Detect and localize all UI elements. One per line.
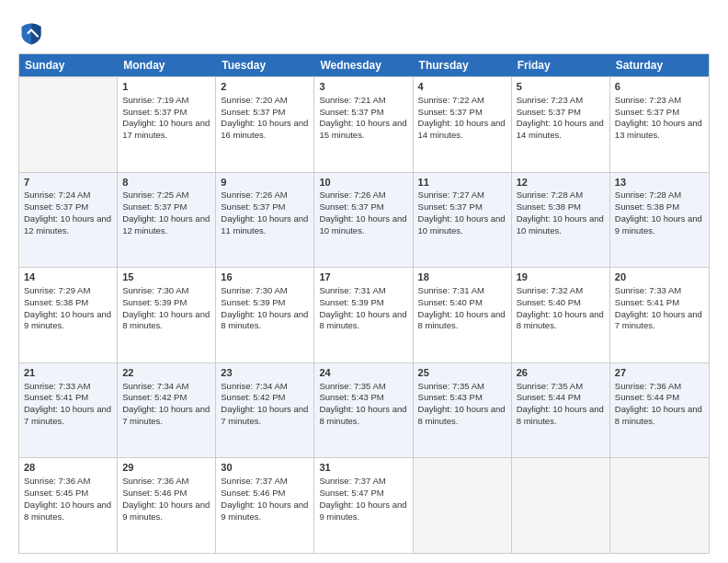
day-number: 2 — [221, 80, 309, 94]
day-number: 17 — [319, 270, 407, 284]
day-cell-19: 19Sunrise: 7:32 AMSunset: 5:40 PMDayligh… — [512, 268, 610, 362]
day-cell-29: 29Sunrise: 7:36 AMSunset: 5:46 PMDayligh… — [118, 458, 216, 553]
day-cell-21: 21Sunrise: 7:33 AMSunset: 5:41 PMDayligh… — [19, 363, 118, 458]
day-number: 14 — [24, 270, 112, 284]
day-info: Sunrise: 7:34 AMSunset: 5:42 PMDaylight:… — [221, 381, 309, 428]
day-cell-20: 20Sunrise: 7:33 AMSunset: 5:41 PMDayligh… — [610, 268, 709, 362]
day-cell-27: 27Sunrise: 7:36 AMSunset: 5:44 PMDayligh… — [610, 363, 709, 458]
day-number: 13 — [615, 176, 704, 190]
day-info: Sunrise: 7:24 AMSunset: 5:37 PMDaylight:… — [24, 190, 112, 236]
weekday-header-sunday: Sunday — [19, 54, 118, 76]
day-number: 4 — [418, 80, 506, 94]
day-info: Sunrise: 7:33 AMSunset: 5:41 PMDaylight:… — [24, 381, 112, 428]
weekday-header-tuesday: Tuesday — [216, 54, 314, 76]
day-number: 24 — [319, 366, 407, 380]
day-cell-24: 24Sunrise: 7:35 AMSunset: 5:43 PMDayligh… — [314, 363, 413, 458]
empty-cell — [19, 77, 118, 172]
day-number: 9 — [221, 176, 309, 190]
day-cell-16: 16Sunrise: 7:30 AMSunset: 5:39 PMDayligh… — [216, 268, 314, 362]
day-cell-31: 31Sunrise: 7:37 AMSunset: 5:47 PMDayligh… — [314, 458, 413, 553]
weekday-header-monday: Monday — [118, 54, 216, 76]
day-number: 16 — [221, 270, 309, 284]
calendar-row-3: 14Sunrise: 7:29 AMSunset: 5:38 PMDayligh… — [19, 267, 709, 362]
day-info: Sunrise: 7:23 AMSunset: 5:37 PMDaylight:… — [615, 95, 704, 142]
day-cell-1: 1Sunrise: 7:19 AMSunset: 5:37 PMDaylight… — [118, 77, 216, 172]
day-info: Sunrise: 7:19 AMSunset: 5:37 PMDaylight:… — [122, 95, 210, 142]
day-cell-28: 28Sunrise: 7:36 AMSunset: 5:45 PMDayligh… — [19, 458, 118, 553]
day-info: Sunrise: 7:35 AMSunset: 5:43 PMDaylight:… — [418, 381, 506, 428]
day-number: 11 — [418, 176, 506, 190]
day-cell-8: 8Sunrise: 7:25 AMSunset: 5:37 PMDaylight… — [118, 173, 216, 268]
logo-icon — [18, 20, 44, 46]
day-cell-10: 10Sunrise: 7:26 AMSunset: 5:37 PMDayligh… — [314, 173, 413, 268]
day-info: Sunrise: 7:28 AMSunset: 5:38 PMDaylight:… — [517, 190, 605, 236]
day-cell-11: 11Sunrise: 7:27 AMSunset: 5:37 PMDayligh… — [414, 173, 512, 268]
empty-cell — [610, 458, 709, 553]
day-cell-6: 6Sunrise: 7:23 AMSunset: 5:37 PMDaylight… — [610, 77, 709, 172]
calendar-header: SundayMondayTuesdayWednesdayThursdayFrid… — [19, 54, 709, 76]
day-info: Sunrise: 7:21 AMSunset: 5:37 PMDaylight:… — [319, 95, 407, 142]
day-info: Sunrise: 7:23 AMSunset: 5:37 PMDaylight:… — [517, 95, 605, 142]
day-cell-12: 12Sunrise: 7:28 AMSunset: 5:38 PMDayligh… — [512, 173, 610, 268]
calendar-row-5: 28Sunrise: 7:36 AMSunset: 5:45 PMDayligh… — [19, 457, 709, 553]
weekday-header-saturday: Saturday — [610, 54, 709, 76]
day-info: Sunrise: 7:28 AMSunset: 5:38 PMDaylight:… — [615, 190, 704, 236]
day-number: 31 — [319, 461, 407, 475]
day-number: 29 — [122, 461, 210, 475]
day-number: 22 — [122, 366, 210, 380]
day-number: 7 — [24, 176, 112, 190]
day-number: 5 — [517, 80, 605, 94]
day-cell-18: 18Sunrise: 7:31 AMSunset: 5:40 PMDayligh… — [414, 268, 512, 362]
day-info: Sunrise: 7:29 AMSunset: 5:38 PMDaylight:… — [24, 285, 112, 332]
day-cell-7: 7Sunrise: 7:24 AMSunset: 5:37 PMDaylight… — [19, 173, 118, 268]
day-info: Sunrise: 7:36 AMSunset: 5:46 PMDaylight:… — [122, 476, 210, 523]
day-cell-26: 26Sunrise: 7:35 AMSunset: 5:44 PMDayligh… — [512, 363, 610, 458]
day-cell-25: 25Sunrise: 7:35 AMSunset: 5:43 PMDayligh… — [414, 363, 512, 458]
day-info: Sunrise: 7:36 AMSunset: 5:44 PMDaylight:… — [615, 381, 704, 428]
day-info: Sunrise: 7:32 AMSunset: 5:40 PMDaylight:… — [517, 285, 605, 332]
day-info: Sunrise: 7:30 AMSunset: 5:39 PMDaylight:… — [122, 285, 210, 332]
day-info: Sunrise: 7:37 AMSunset: 5:47 PMDaylight:… — [319, 476, 407, 523]
weekday-header-wednesday: Wednesday — [314, 54, 413, 76]
day-number: 26 — [517, 366, 605, 380]
day-info: Sunrise: 7:30 AMSunset: 5:39 PMDaylight:… — [221, 285, 309, 332]
day-number: 23 — [221, 366, 309, 380]
day-info: Sunrise: 7:27 AMSunset: 5:37 PMDaylight:… — [418, 190, 506, 236]
day-number: 3 — [319, 80, 407, 94]
weekday-header-thursday: Thursday — [414, 54, 512, 76]
weekday-header-friday: Friday — [512, 54, 610, 76]
day-info: Sunrise: 7:33 AMSunset: 5:41 PMDaylight:… — [615, 285, 704, 332]
calendar-row-4: 21Sunrise: 7:33 AMSunset: 5:41 PMDayligh… — [19, 362, 709, 458]
day-number: 8 — [122, 176, 210, 190]
day-info: Sunrise: 7:35 AMSunset: 5:43 PMDaylight:… — [319, 381, 407, 428]
day-number: 28 — [24, 461, 112, 475]
page: SundayMondayTuesdayWednesdayThursdayFrid… — [0, 0, 728, 563]
day-number: 1 — [122, 80, 210, 94]
empty-cell — [512, 458, 610, 553]
day-cell-2: 2Sunrise: 7:20 AMSunset: 5:37 PMDaylight… — [216, 77, 314, 172]
day-cell-17: 17Sunrise: 7:31 AMSunset: 5:39 PMDayligh… — [314, 268, 413, 362]
day-info: Sunrise: 7:22 AMSunset: 5:37 PMDaylight:… — [418, 95, 506, 142]
day-cell-22: 22Sunrise: 7:34 AMSunset: 5:42 PMDayligh… — [118, 363, 216, 458]
day-info: Sunrise: 7:26 AMSunset: 5:37 PMDaylight:… — [319, 190, 407, 236]
day-cell-14: 14Sunrise: 7:29 AMSunset: 5:38 PMDayligh… — [19, 268, 118, 362]
day-number: 27 — [615, 366, 704, 380]
calendar-row-1: 1Sunrise: 7:19 AMSunset: 5:37 PMDaylight… — [19, 76, 709, 172]
day-number: 21 — [24, 366, 112, 380]
day-number: 6 — [615, 80, 704, 94]
day-number: 12 — [517, 176, 605, 190]
day-cell-9: 9Sunrise: 7:26 AMSunset: 5:37 PMDaylight… — [216, 173, 314, 268]
day-info: Sunrise: 7:35 AMSunset: 5:44 PMDaylight:… — [517, 381, 605, 428]
day-number: 19 — [517, 270, 605, 284]
calendar-body: 1Sunrise: 7:19 AMSunset: 5:37 PMDaylight… — [19, 76, 709, 553]
header — [18, 17, 710, 46]
day-info: Sunrise: 7:31 AMSunset: 5:40 PMDaylight:… — [418, 285, 506, 332]
calendar-row-2: 7Sunrise: 7:24 AMSunset: 5:37 PMDaylight… — [19, 172, 709, 268]
day-cell-13: 13Sunrise: 7:28 AMSunset: 5:38 PMDayligh… — [610, 173, 709, 268]
day-number: 25 — [418, 366, 506, 380]
day-number: 30 — [221, 461, 309, 475]
day-info: Sunrise: 7:26 AMSunset: 5:37 PMDaylight:… — [221, 190, 309, 236]
day-info: Sunrise: 7:36 AMSunset: 5:45 PMDaylight:… — [24, 476, 112, 523]
day-info: Sunrise: 7:25 AMSunset: 5:37 PMDaylight:… — [122, 190, 210, 236]
day-info: Sunrise: 7:20 AMSunset: 5:37 PMDaylight:… — [221, 95, 309, 142]
